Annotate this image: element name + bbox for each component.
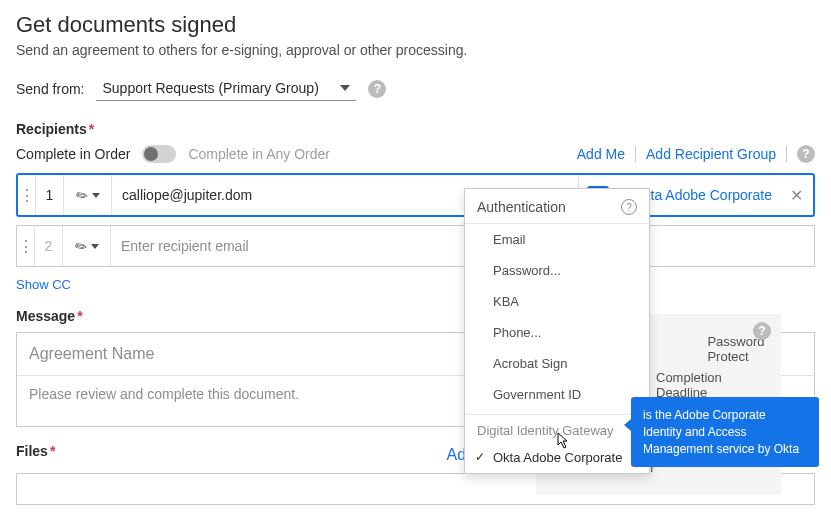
page-subtitle: Send an agreement to others for e-signin…	[16, 42, 815, 58]
clear-recipient-button[interactable]: ✕	[780, 186, 813, 205]
auth-label: Okta Adobe Corporate	[633, 187, 772, 203]
recipient-email-value: calliope@jupiter.dom	[122, 187, 252, 203]
recipient-number: 2	[35, 226, 63, 266]
recipient-email-field[interactable]: Enter recipient email	[111, 226, 814, 266]
complete-in-order-label: Complete in Order	[16, 146, 130, 162]
help-icon[interactable]: ?	[797, 145, 815, 163]
files-label: Files	[16, 443, 55, 459]
divider	[786, 146, 787, 162]
caret-down-icon	[340, 85, 350, 91]
auth-option-phone[interactable]: Phone...	[465, 317, 649, 348]
auth-gateway-label: Digital Identity Gateway	[465, 414, 649, 442]
send-from-value: Support Requests (Primary Group)	[102, 80, 318, 96]
role-dropdown[interactable]: ✎	[64, 175, 112, 215]
auth-menu: Authentication ? Email Password... KBA P…	[464, 188, 650, 474]
drag-handle-icon[interactable]: ⋮	[18, 175, 36, 215]
help-icon[interactable]: ?	[368, 80, 386, 98]
recipient-row[interactable]: ⋮ 2 ✎ Enter recipient email	[16, 225, 815, 267]
auth-option-kba[interactable]: KBA	[465, 286, 649, 317]
help-icon[interactable]: ?	[621, 199, 637, 215]
recipients-label: Recipients	[16, 121, 815, 137]
complete-any-order-label: Complete in Any Order	[188, 146, 330, 162]
add-recipient-group-link[interactable]: Add Recipient Group	[646, 146, 776, 162]
pen-icon: ✎	[72, 185, 91, 205]
drag-handle-icon[interactable]: ⋮	[17, 226, 35, 266]
auth-option-email[interactable]: Email	[465, 224, 649, 255]
page-title: Get documents signed	[16, 12, 815, 38]
send-from-label: Send from:	[16, 81, 84, 97]
auth-option-government-id[interactable]: Government ID	[465, 379, 649, 410]
help-icon[interactable]: ?	[753, 322, 771, 340]
show-cc-link[interactable]: Show CC	[16, 277, 815, 292]
caret-down-icon	[91, 244, 99, 249]
pen-icon: ✎	[71, 236, 90, 256]
recipient-row[interactable]: ⋮ 1 ✎ calliope@jupiter.dom Okta Adobe Co…	[16, 173, 815, 217]
add-me-link[interactable]: Add Me	[577, 146, 625, 162]
recipient-number: 1	[36, 175, 64, 215]
completion-deadline-label: Completion Deadline	[656, 370, 767, 400]
role-dropdown[interactable]: ✎	[63, 226, 111, 266]
divider	[635, 146, 636, 162]
tooltip: is the Adobe Corporate Identity and Acce…	[631, 397, 819, 467]
caret-down-icon	[92, 193, 100, 198]
order-toggle[interactable]	[142, 145, 176, 163]
auth-menu-header: Authentication	[477, 199, 566, 215]
recipient-email-placeholder: Enter recipient email	[121, 238, 249, 254]
auth-option-password[interactable]: Password...	[465, 255, 649, 286]
auth-option-okta[interactable]: Okta Adobe Corporate	[465, 442, 649, 473]
send-from-dropdown[interactable]: Support Requests (Primary Group)	[96, 76, 356, 101]
auth-option-acrobat-sign[interactable]: Acrobat Sign	[465, 348, 649, 379]
